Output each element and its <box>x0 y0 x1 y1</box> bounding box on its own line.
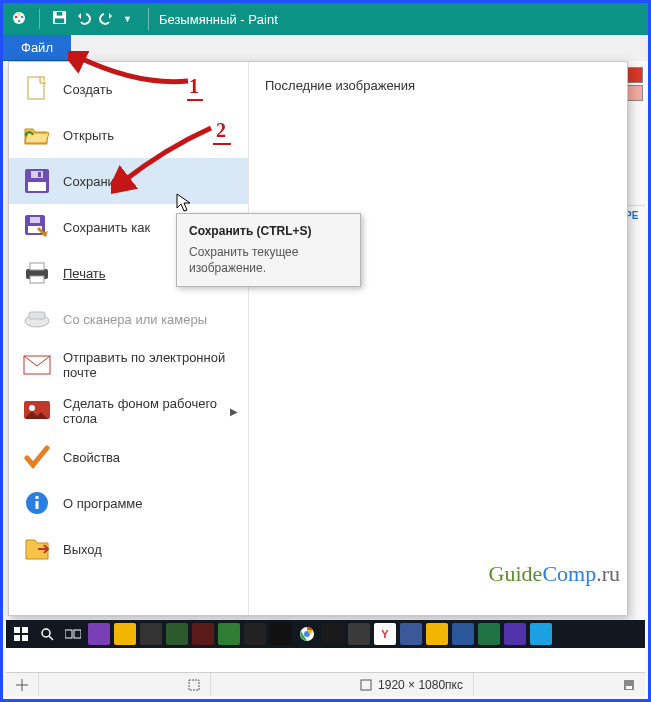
svg-point-2 <box>18 13 21 16</box>
excel-icon[interactable] <box>478 623 500 645</box>
svg-rect-29 <box>14 635 20 641</box>
search-icon[interactable] <box>36 623 58 645</box>
taskbar-app-icon[interactable] <box>192 623 214 645</box>
svg-rect-11 <box>31 171 43 178</box>
yandex-browser-icon[interactable]: Y <box>374 623 396 645</box>
menu-item-open[interactable]: Открыть <box>9 112 248 158</box>
menu-item-label: Сохранить <box>63 174 128 189</box>
svg-rect-20 <box>29 312 45 319</box>
svg-rect-18 <box>30 276 44 283</box>
save-floppy-icon <box>23 167 51 195</box>
status-canvas-dims: 1920 × 1080пкс <box>378 678 463 692</box>
ribbon-tab-row: Файл <box>3 35 648 61</box>
tooltip-title: Сохранить (CTRL+S) <box>189 224 348 238</box>
undo-icon[interactable] <box>75 10 91 29</box>
menu-item-properties[interactable]: Свойства <box>9 434 248 480</box>
file-explorer-icon[interactable] <box>114 623 136 645</box>
file-tab-button[interactable]: Файл <box>3 35 71 61</box>
taskbar-app-icon[interactable] <box>504 623 526 645</box>
menu-item-save[interactable]: Сохранить <box>9 158 248 204</box>
title-bar: ▼ Безымянный - Paint <box>3 3 648 35</box>
watermark-guidecomp: GuideComp.ru <box>489 561 620 587</box>
envelope-icon <box>23 351 51 379</box>
menu-item-label: Сохранить как <box>63 220 150 235</box>
color-palette-sliver <box>625 67 645 103</box>
taskbar-app-icon[interactable] <box>270 623 292 645</box>
word-icon[interactable] <box>452 623 474 645</box>
taskbar-app-icon[interactable] <box>244 623 266 645</box>
start-button-icon[interactable] <box>10 623 32 645</box>
status-selection-size <box>178 673 211 696</box>
svg-rect-32 <box>65 630 72 638</box>
status-bar: 1920 × 1080пкс <box>6 672 645 696</box>
selection-icon <box>188 679 200 691</box>
chevron-right-icon: ▶ <box>230 406 238 417</box>
taskbar-app-icon[interactable] <box>218 623 240 645</box>
menu-item-exit[interactable]: Выход <box>9 526 248 572</box>
annotation-underline-2 <box>213 143 231 145</box>
separator <box>39 9 40 29</box>
file-menu-panel: Создать Открыть Сохранить Сохранить как <box>8 61 628 616</box>
tooltip-body: Сохранить текущее изображение. <box>189 244 348 276</box>
printer-icon <box>23 259 51 287</box>
menu-item-about[interactable]: О программе <box>9 480 248 526</box>
svg-rect-37 <box>361 680 371 690</box>
svg-rect-6 <box>55 18 64 23</box>
exit-icon <box>23 535 51 563</box>
svg-rect-25 <box>36 501 39 509</box>
save-icon[interactable] <box>52 10 67 28</box>
svg-point-4 <box>18 19 21 22</box>
chrome-icon[interactable] <box>296 623 318 645</box>
separator <box>148 8 149 30</box>
recent-images-panel: Последние изображения <box>249 62 627 615</box>
annotation-underline-1 <box>187 99 203 101</box>
menu-item-scanner: Со сканера или камеры <box>9 296 248 342</box>
taskbar-app-icon[interactable] <box>322 623 344 645</box>
svg-rect-12 <box>38 172 41 177</box>
canvas-size-icon <box>360 679 372 691</box>
annotation-number-2: 2 <box>216 119 226 142</box>
info-icon <box>23 489 51 517</box>
menu-item-label: Свойства <box>63 450 120 465</box>
taskbar-app-icon[interactable] <box>88 623 110 645</box>
taskbar-app-icon[interactable] <box>348 623 370 645</box>
right-panel-fragment: РЕ <box>625 205 645 229</box>
recent-images-title: Последние изображения <box>265 78 611 93</box>
svg-rect-17 <box>30 263 44 270</box>
menu-item-label: О программе <box>63 496 143 511</box>
svg-rect-28 <box>22 627 28 633</box>
new-file-icon <box>23 75 51 103</box>
status-cursor-position <box>6 673 39 696</box>
taskbar-app-icon[interactable] <box>400 623 422 645</box>
taskbar-app-icon[interactable] <box>530 623 552 645</box>
taskbar-app-icon[interactable] <box>426 623 448 645</box>
disk-icon <box>623 679 635 691</box>
redo-icon[interactable] <box>99 10 115 29</box>
task-view-icon[interactable] <box>62 623 84 645</box>
svg-point-1 <box>15 15 18 18</box>
status-canvas-size: 1920 × 1080пкс <box>350 673 474 696</box>
menu-item-email[interactable]: Отправить по электронной почте <box>9 342 248 388</box>
svg-rect-39 <box>626 686 632 689</box>
svg-rect-36 <box>189 680 199 690</box>
wallpaper-icon <box>23 397 51 425</box>
svg-rect-15 <box>30 217 40 223</box>
menu-item-create[interactable]: Создать <box>9 66 248 112</box>
file-tab-label: Файл <box>21 40 53 55</box>
annotation-number-1: 1 <box>189 75 199 98</box>
menu-item-wallpaper[interactable]: Сделать фоном рабочего стола ▶ <box>9 388 248 434</box>
svg-rect-27 <box>14 627 20 633</box>
svg-point-26 <box>35 496 39 500</box>
quick-access-toolbar: ▼ <box>3 9 140 29</box>
taskbar-app-icon[interactable] <box>140 623 162 645</box>
windows-taskbar[interactable]: Y <box>6 620 645 648</box>
taskbar-app-icon[interactable] <box>166 623 188 645</box>
tooltip-save: Сохранить (CTRL+S) Сохранить текущее изо… <box>176 213 361 287</box>
menu-item-label: Создать <box>63 82 112 97</box>
chevron-down-icon[interactable]: ▼ <box>123 14 132 24</box>
svg-point-31 <box>42 629 50 637</box>
status-file-size <box>613 673 645 696</box>
crosshair-icon <box>16 679 28 691</box>
svg-rect-10 <box>28 182 46 191</box>
mouse-cursor-icon <box>176 193 192 216</box>
